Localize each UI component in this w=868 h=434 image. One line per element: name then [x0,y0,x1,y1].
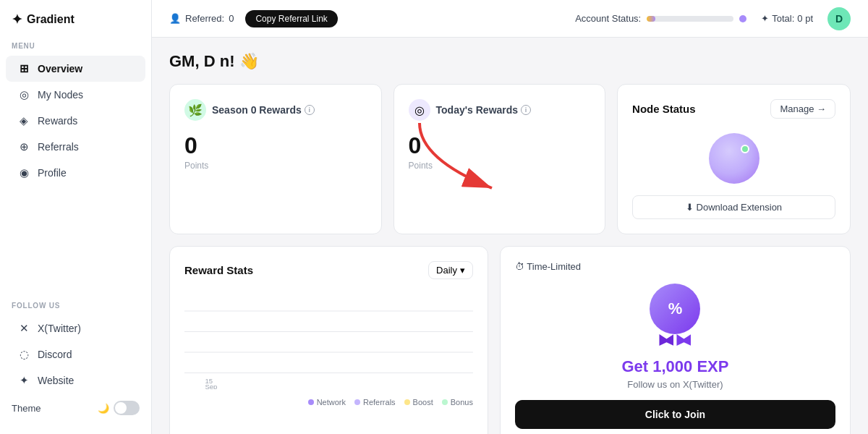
sidebar-item-referrals[interactable]: ⊕ Referrals [6,134,145,160]
topbar-right: Account Status: ✦ Total: 0 pt D [575,7,851,30]
rewards-icon: ◈ [17,114,30,127]
total-label: Total: [772,13,794,24]
grid-icon: ⊞ [17,62,30,75]
sidebar-item-label: Overview [38,63,82,75]
node-status-title: Node Status [632,103,696,115]
chevron-down-icon: ▾ [460,265,465,276]
progress-fill [647,16,655,22]
discord-icon: ◌ [17,348,30,361]
nodes-icon: ◎ [17,88,30,101]
avatar[interactable]: D [827,7,851,30]
reward-stats-title: Reward Stats [184,264,253,276]
season-rewards-title: Season 0 Rewards i [212,104,315,116]
download-extension-button[interactable]: ⬇ Download Extension [632,195,835,219]
boost-label: Boost [413,398,433,407]
sidebar-item-twitter[interactable]: ✕ X(Twitter) [6,315,145,341]
season-rewards-header: 🌿 Season 0 Rewards i [184,99,367,121]
account-progress-bar [647,16,733,22]
node-visual [632,127,835,190]
referrals-label: Referrals [363,398,396,407]
greeting-text: GM, D [169,52,216,70]
sidebar-item-discord[interactable]: ◌ Discord [6,341,145,367]
reward-stats-card: Reward Stats Daily ▾ 15 [169,246,488,434]
theme-toggle[interactable] [114,401,140,415]
todays-info-icon[interactable]: i [521,105,531,115]
wand-icon: ✦ [761,13,769,24]
season-rewards-value: 0 [184,132,367,159]
chart-area: 15 Sep Network Referrals [184,288,473,404]
season-rewards-card: 🌿 Season 0 Rewards i 0 Points [169,84,382,234]
legend-boost: Boost [404,398,433,407]
greeting-wave: n! 👋 [220,52,259,70]
todays-rewards-title: Today's Rewards i [436,104,532,116]
sidebar-bottom: FOLLOW US ✕ X(Twitter) ◌ Discord ✦ Websi… [0,293,151,422]
chart-svg: 15 Sep [184,288,473,389]
network-label: Network [317,398,346,407]
main: 👤 Referred: 0 Copy Referral Link Account… [152,0,868,434]
todays-icon: ◎ [409,99,430,121]
moon-icon: 🌙 [98,403,109,414]
todays-rewards-sub: Points [409,161,591,171]
time-limited-header: ⏱ Time-Limited [515,261,581,272]
badge-icon: % [668,299,683,318]
badge-ribbon-right [676,334,691,346]
daily-select[interactable]: Daily ▾ [428,261,473,279]
click-to-join-button[interactable]: Click to Join [515,400,835,429]
sidebar-item-my-nodes[interactable]: ◎ My Nodes [6,82,145,108]
theme-label: Theme [12,403,41,414]
season-info-icon[interactable]: i [305,105,315,115]
node-card-header: Node Status Manage → [632,99,835,119]
svg-text:Sep: Sep [205,383,217,389]
logo: ✦ Gradient [0,12,151,42]
sidebar-item-label: Profile [38,167,67,179]
daily-label: Daily [436,265,457,276]
manage-button[interactable]: Manage → [770,99,835,119]
sidebar-item-profile[interactable]: ◉ Profile [6,160,145,186]
topbar-left: 👤 Referred: 0 Copy Referral Link [169,10,338,27]
copy-referral-button[interactable]: Copy Referral Link [245,10,337,27]
user-icon: 👤 [169,13,181,24]
exp-sub: Follow us on X(Twitter) [627,379,723,390]
todays-rewards-header: ◎ Today's Rewards i [409,99,591,121]
logo-icon: ✦ [12,12,22,27]
referrals-icon: ⊕ [17,140,30,153]
bottom-row: Reward Stats Daily ▾ 15 [169,246,851,434]
badge-visual: % [646,284,704,349]
referred-label: Referred: [185,13,224,24]
sidebar-item-label: Referrals [38,141,79,153]
season-icon: 🌿 [184,99,206,121]
badge-ribbon-left [659,334,673,346]
twitter-icon: ✕ [17,322,30,335]
time-limited-label: ⏱ Time-Limited [515,261,581,272]
season-rewards-sub: Points [184,161,367,171]
boost-dot [404,399,410,405]
sidebar-item-rewards[interactable]: ◈ Rewards [6,108,145,134]
bonus-dot [442,399,448,405]
progress-dot [739,15,746,22]
exp-title: Get 1,000 EXP [621,357,728,376]
referrals-dot [354,399,360,405]
todays-rewards-value: 0 [409,132,591,159]
greeting: GM, D n! 👋 [169,52,851,71]
badge-circle: % [650,284,700,334]
logo-text: Gradient [27,13,75,26]
website-label: Website [38,375,74,386]
referred-count: 0 [229,13,234,24]
cards-row: 🌿 Season 0 Rewards i 0 Points ◎ Today's … [169,84,851,234]
total-points: ✦ Total: 0 pt [761,13,813,24]
profile-icon: ◉ [17,166,30,179]
sidebar-item-label: Rewards [38,115,77,127]
discord-label: Discord [38,349,72,360]
follow-label: FOLLOW US [0,293,151,315]
todays-rewards-card: ◎ Today's Rewards i 0 Points [393,84,606,234]
account-status-label: Account Status: [575,13,641,24]
bonus-label: Bonus [451,398,473,407]
node-status-card: Node Status Manage → ⬇ Download Extensio… [617,84,851,234]
legend-bonus: Bonus [442,398,473,407]
sidebar-item-overview[interactable]: ⊞ Overview [6,56,145,82]
website-icon: ✦ [17,374,30,387]
chart-legend: Network Referrals Boost Bonus [184,398,473,407]
sidebar-item-website[interactable]: ✦ Website [6,367,145,393]
legend-referrals: Referrals [354,398,396,407]
content: GM, D n! 👋 🌿 Season 0 Rewards i 0 Points [152,38,868,434]
